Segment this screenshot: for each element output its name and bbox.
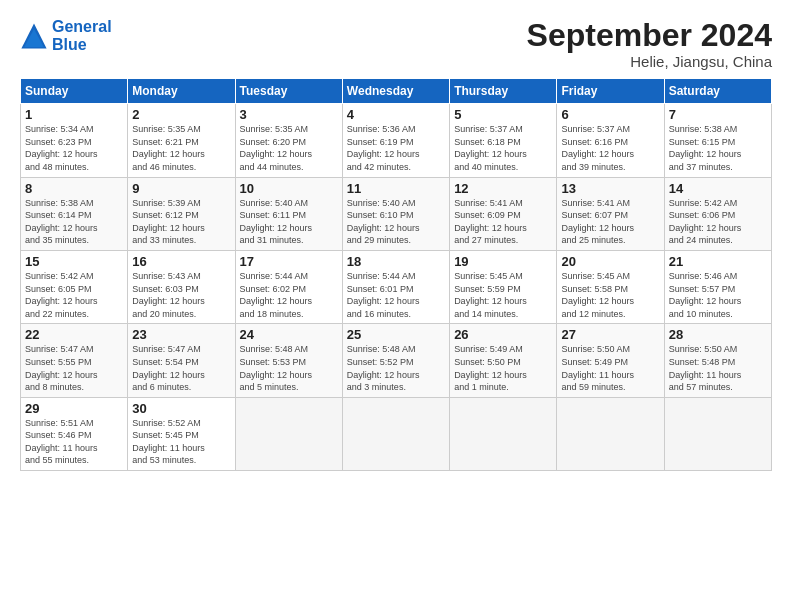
day-info: Sunrise: 5:48 AM Sunset: 5:53 PM Dayligh… (240, 343, 338, 393)
day-info: Sunrise: 5:38 AM Sunset: 6:15 PM Dayligh… (669, 123, 767, 173)
day-number: 10 (240, 181, 338, 196)
day-header-wednesday: Wednesday (342, 79, 449, 104)
calendar-cell: 16Sunrise: 5:43 AM Sunset: 6:03 PM Dayli… (128, 250, 235, 323)
calendar-cell: 2Sunrise: 5:35 AM Sunset: 6:21 PM Daylig… (128, 104, 235, 177)
day-info: Sunrise: 5:39 AM Sunset: 6:12 PM Dayligh… (132, 197, 230, 247)
calendar-cell (342, 397, 449, 470)
day-info: Sunrise: 5:44 AM Sunset: 6:01 PM Dayligh… (347, 270, 445, 320)
day-info: Sunrise: 5:41 AM Sunset: 6:07 PM Dayligh… (561, 197, 659, 247)
day-header-saturday: Saturday (664, 79, 771, 104)
calendar-cell (664, 397, 771, 470)
day-number: 7 (669, 107, 767, 122)
calendar-cell: 5Sunrise: 5:37 AM Sunset: 6:18 PM Daylig… (450, 104, 557, 177)
calendar-cell: 30Sunrise: 5:52 AM Sunset: 5:45 PM Dayli… (128, 397, 235, 470)
calendar-cell: 8Sunrise: 5:38 AM Sunset: 6:14 PM Daylig… (21, 177, 128, 250)
calendar-cell: 29Sunrise: 5:51 AM Sunset: 5:46 PM Dayli… (21, 397, 128, 470)
day-number: 26 (454, 327, 552, 342)
day-info: Sunrise: 5:43 AM Sunset: 6:03 PM Dayligh… (132, 270, 230, 320)
calendar-cell: 21Sunrise: 5:46 AM Sunset: 5:57 PM Dayli… (664, 250, 771, 323)
calendar-header-row: SundayMondayTuesdayWednesdayThursdayFrid… (21, 79, 772, 104)
day-number: 4 (347, 107, 445, 122)
day-number: 12 (454, 181, 552, 196)
calendar-cell: 10Sunrise: 5:40 AM Sunset: 6:11 PM Dayli… (235, 177, 342, 250)
day-number: 19 (454, 254, 552, 269)
day-info: Sunrise: 5:45 AM Sunset: 5:58 PM Dayligh… (561, 270, 659, 320)
day-info: Sunrise: 5:37 AM Sunset: 6:18 PM Dayligh… (454, 123, 552, 173)
day-number: 24 (240, 327, 338, 342)
calendar-cell: 15Sunrise: 5:42 AM Sunset: 6:05 PM Dayli… (21, 250, 128, 323)
calendar-table: SundayMondayTuesdayWednesdayThursdayFrid… (20, 78, 772, 471)
calendar-cell: 12Sunrise: 5:41 AM Sunset: 6:09 PM Dayli… (450, 177, 557, 250)
day-number: 28 (669, 327, 767, 342)
calendar-cell: 20Sunrise: 5:45 AM Sunset: 5:58 PM Dayli… (557, 250, 664, 323)
day-number: 8 (25, 181, 123, 196)
day-number: 5 (454, 107, 552, 122)
day-info: Sunrise: 5:35 AM Sunset: 6:20 PM Dayligh… (240, 123, 338, 173)
logo-icon (20, 22, 48, 50)
month-title: September 2024 (527, 18, 772, 53)
day-number: 29 (25, 401, 123, 416)
calendar-week-row: 22Sunrise: 5:47 AM Sunset: 5:55 PM Dayli… (21, 324, 772, 397)
day-number: 27 (561, 327, 659, 342)
day-info: Sunrise: 5:49 AM Sunset: 5:50 PM Dayligh… (454, 343, 552, 393)
day-info: Sunrise: 5:47 AM Sunset: 5:55 PM Dayligh… (25, 343, 123, 393)
day-info: Sunrise: 5:52 AM Sunset: 5:45 PM Dayligh… (132, 417, 230, 467)
day-info: Sunrise: 5:50 AM Sunset: 5:49 PM Dayligh… (561, 343, 659, 393)
calendar-body: 1Sunrise: 5:34 AM Sunset: 6:23 PM Daylig… (21, 104, 772, 471)
calendar-week-row: 8Sunrise: 5:38 AM Sunset: 6:14 PM Daylig… (21, 177, 772, 250)
calendar-cell: 4Sunrise: 5:36 AM Sunset: 6:19 PM Daylig… (342, 104, 449, 177)
day-number: 22 (25, 327, 123, 342)
calendar-cell: 3Sunrise: 5:35 AM Sunset: 6:20 PM Daylig… (235, 104, 342, 177)
calendar-cell: 13Sunrise: 5:41 AM Sunset: 6:07 PM Dayli… (557, 177, 664, 250)
day-number: 2 (132, 107, 230, 122)
day-info: Sunrise: 5:37 AM Sunset: 6:16 PM Dayligh… (561, 123, 659, 173)
title-block: September 2024 Helie, Jiangsu, China (527, 18, 772, 70)
calendar-cell: 24Sunrise: 5:48 AM Sunset: 5:53 PM Dayli… (235, 324, 342, 397)
calendar-cell: 17Sunrise: 5:44 AM Sunset: 6:02 PM Dayli… (235, 250, 342, 323)
calendar-cell: 18Sunrise: 5:44 AM Sunset: 6:01 PM Dayli… (342, 250, 449, 323)
calendar-cell: 11Sunrise: 5:40 AM Sunset: 6:10 PM Dayli… (342, 177, 449, 250)
day-info: Sunrise: 5:46 AM Sunset: 5:57 PM Dayligh… (669, 270, 767, 320)
header: General Blue September 2024 Helie, Jiang… (20, 18, 772, 70)
day-info: Sunrise: 5:38 AM Sunset: 6:14 PM Dayligh… (25, 197, 123, 247)
day-number: 1 (25, 107, 123, 122)
day-number: 17 (240, 254, 338, 269)
calendar-cell: 19Sunrise: 5:45 AM Sunset: 5:59 PM Dayli… (450, 250, 557, 323)
day-number: 14 (669, 181, 767, 196)
day-info: Sunrise: 5:41 AM Sunset: 6:09 PM Dayligh… (454, 197, 552, 247)
day-number: 9 (132, 181, 230, 196)
day-number: 23 (132, 327, 230, 342)
day-info: Sunrise: 5:50 AM Sunset: 5:48 PM Dayligh… (669, 343, 767, 393)
day-header-thursday: Thursday (450, 79, 557, 104)
calendar-cell: 1Sunrise: 5:34 AM Sunset: 6:23 PM Daylig… (21, 104, 128, 177)
day-number: 13 (561, 181, 659, 196)
calendar-week-row: 1Sunrise: 5:34 AM Sunset: 6:23 PM Daylig… (21, 104, 772, 177)
day-header-tuesday: Tuesday (235, 79, 342, 104)
day-header-friday: Friday (557, 79, 664, 104)
day-info: Sunrise: 5:34 AM Sunset: 6:23 PM Dayligh… (25, 123, 123, 173)
day-number: 3 (240, 107, 338, 122)
day-info: Sunrise: 5:47 AM Sunset: 5:54 PM Dayligh… (132, 343, 230, 393)
calendar-cell (557, 397, 664, 470)
day-info: Sunrise: 5:42 AM Sunset: 6:06 PM Dayligh… (669, 197, 767, 247)
calendar-cell: 22Sunrise: 5:47 AM Sunset: 5:55 PM Dayli… (21, 324, 128, 397)
calendar-cell: 27Sunrise: 5:50 AM Sunset: 5:49 PM Dayli… (557, 324, 664, 397)
day-info: Sunrise: 5:48 AM Sunset: 5:52 PM Dayligh… (347, 343, 445, 393)
calendar-cell: 14Sunrise: 5:42 AM Sunset: 6:06 PM Dayli… (664, 177, 771, 250)
subtitle: Helie, Jiangsu, China (527, 53, 772, 70)
day-header-monday: Monday (128, 79, 235, 104)
day-header-sunday: Sunday (21, 79, 128, 104)
day-number: 21 (669, 254, 767, 269)
calendar-cell: 7Sunrise: 5:38 AM Sunset: 6:15 PM Daylig… (664, 104, 771, 177)
day-number: 25 (347, 327, 445, 342)
day-number: 20 (561, 254, 659, 269)
day-info: Sunrise: 5:40 AM Sunset: 6:10 PM Dayligh… (347, 197, 445, 247)
day-info: Sunrise: 5:42 AM Sunset: 6:05 PM Dayligh… (25, 270, 123, 320)
calendar-week-row: 29Sunrise: 5:51 AM Sunset: 5:46 PM Dayli… (21, 397, 772, 470)
day-number: 15 (25, 254, 123, 269)
day-number: 6 (561, 107, 659, 122)
calendar-cell (450, 397, 557, 470)
day-number: 30 (132, 401, 230, 416)
logo-text: General Blue (52, 18, 112, 53)
calendar-cell: 23Sunrise: 5:47 AM Sunset: 5:54 PM Dayli… (128, 324, 235, 397)
